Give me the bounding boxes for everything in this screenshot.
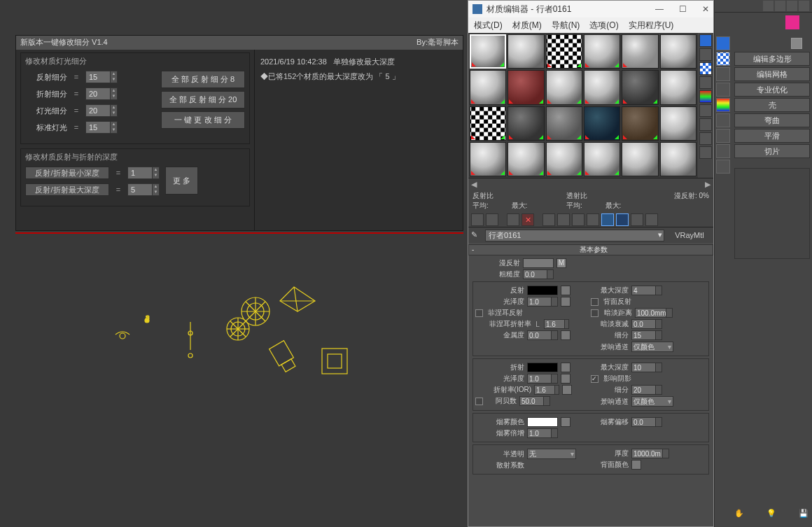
go-forward-icon[interactable] xyxy=(645,213,658,226)
put-to-scene-icon[interactable] xyxy=(486,213,498,226)
tool-icon[interactable] xyxy=(716,160,730,174)
reflect-map[interactable] xyxy=(561,286,570,295)
rgb-icon[interactable] xyxy=(716,98,730,112)
window-titlebar[interactable]: 材质编辑器 - 行者0161 — ☐ ✕ xyxy=(468,1,713,17)
background-icon[interactable] xyxy=(699,62,712,75)
material-swatch[interactable] xyxy=(660,34,696,69)
material-swatch[interactable] xyxy=(584,106,620,141)
tool-icon[interactable] xyxy=(787,1,797,11)
backlight-icon[interactable] xyxy=(699,48,712,61)
refract-affect-dropdown[interactable]: 仅颜色 xyxy=(631,396,673,407)
material-name-field[interactable]: 行者0161▾ xyxy=(485,230,664,241)
viewport-scene[interactable]: S xyxy=(98,273,378,399)
modifier-button[interactable]: 编辑多边形 xyxy=(734,52,810,66)
rollout-header[interactable]: -基本参数 xyxy=(468,244,713,255)
tool-icon[interactable] xyxy=(716,67,730,81)
one-key-button[interactable]: 一 键 更 改 细 分 xyxy=(161,111,245,129)
tool-icon[interactable] xyxy=(775,1,785,11)
preview-icon[interactable] xyxy=(699,104,712,117)
modifier-button[interactable]: 弯曲 xyxy=(734,113,810,127)
color-swatch[interactable] xyxy=(785,15,799,29)
material-swatch[interactable] xyxy=(622,34,658,69)
fresnel-checkbox[interactable] xyxy=(475,309,483,317)
reflect-subdiv-spinner[interactable]: ▲▼ xyxy=(85,71,118,83)
show-end-icon[interactable] xyxy=(616,213,629,226)
pick-material-icon[interactable]: ✎ xyxy=(471,230,481,240)
material-swatch[interactable] xyxy=(660,70,696,104)
material-swatch[interactable] xyxy=(660,106,696,141)
mtl-id-icon[interactable] xyxy=(587,213,599,226)
modifier-button[interactable]: 编辑网格 xyxy=(734,67,810,81)
uv-tile-icon[interactable] xyxy=(699,76,712,89)
close-icon[interactable]: ✕ xyxy=(702,4,709,14)
menu-item[interactable]: 材质(M) xyxy=(512,20,542,31)
sample-type-icon[interactable] xyxy=(699,34,712,47)
material-swatch[interactable] xyxy=(622,142,658,176)
make-copy-icon[interactable] xyxy=(542,213,555,226)
bulb-icon[interactable]: 💡 xyxy=(766,509,778,520)
dimdist-checkbox[interactable] xyxy=(591,309,598,317)
material-swatch[interactable] xyxy=(470,142,506,176)
material-swatch[interactable] xyxy=(622,70,658,104)
material-swatch[interactable] xyxy=(546,70,582,104)
material-swatch[interactable] xyxy=(546,106,582,141)
material-swatch[interactable] xyxy=(507,106,544,141)
refract-subdiv-spinner[interactable]: ▲▼ xyxy=(85,87,118,100)
more-button[interactable]: 更 多 xyxy=(165,167,198,195)
select-by-mtl-icon[interactable] xyxy=(699,132,712,145)
material-swatch[interactable] xyxy=(507,34,544,69)
menu-item[interactable]: 模式(D) xyxy=(474,20,503,31)
sphere-icon[interactable] xyxy=(716,36,730,50)
backface-checkbox[interactable] xyxy=(591,298,598,306)
minimize-icon[interactable]: — xyxy=(655,4,664,14)
tool-icon[interactable] xyxy=(716,113,730,127)
material-swatch[interactable] xyxy=(584,34,620,69)
trans-type-dropdown[interactable]: 无 xyxy=(527,449,576,459)
modifier-button[interactable]: 平滑 xyxy=(734,129,810,143)
reflect-gloss-spinner[interactable] xyxy=(527,297,558,307)
material-swatch[interactable] xyxy=(546,34,582,69)
tool-icon[interactable] xyxy=(716,83,730,97)
fog-bias-spinner[interactable] xyxy=(631,417,662,427)
material-swatch[interactable] xyxy=(622,106,658,141)
tool-icon[interactable] xyxy=(763,1,774,11)
show-in-viewport-icon[interactable] xyxy=(601,213,614,226)
thickness-spinner[interactable] xyxy=(631,449,669,458)
all-reflect-20-button[interactable]: 全 部 反 射 细 分 20 xyxy=(161,91,245,108)
video-check-icon[interactable] xyxy=(699,90,712,103)
get-material-icon[interactable] xyxy=(471,213,484,226)
diffuse-map-button[interactable]: M xyxy=(556,258,566,268)
make-unique-icon[interactable] xyxy=(557,213,570,226)
material-swatch[interactable] xyxy=(584,142,620,176)
go-parent-icon[interactable] xyxy=(631,213,643,226)
refract-gloss-spinner[interactable] xyxy=(527,374,558,384)
fog-mult-spinner[interactable] xyxy=(527,428,558,438)
maximize-icon[interactable]: ☐ xyxy=(679,4,687,14)
save-icon[interactable]: 💾 xyxy=(799,509,810,520)
modifier-button[interactable]: 壳 xyxy=(734,98,810,112)
tool-icon[interactable] xyxy=(716,144,730,158)
all-reflect-8-button[interactable]: 全 部 反 射 细 分 8 xyxy=(161,71,245,88)
reflect-affect-dropdown[interactable]: 仅颜色 xyxy=(631,342,673,352)
checker-icon[interactable] xyxy=(716,52,730,66)
metalness-spinner[interactable] xyxy=(527,330,558,340)
material-swatch[interactable] xyxy=(507,142,544,176)
options-icon[interactable] xyxy=(699,118,712,131)
dimdist-spinner[interactable] xyxy=(635,308,673,318)
material-swatch[interactable] xyxy=(470,70,506,104)
material-swatch[interactable] xyxy=(470,106,506,141)
menu-item[interactable]: 选项(O) xyxy=(589,20,618,31)
tool-icon[interactable] xyxy=(716,129,730,143)
hand-icon[interactable]: ✋ xyxy=(734,509,746,520)
dimdecay-spinner[interactable] xyxy=(631,319,662,329)
refract-maxdepth-spinner[interactable] xyxy=(631,363,662,372)
max-depth-spinner[interactable]: ▲▼ xyxy=(127,183,160,196)
menu-item[interactable]: 导航(N) xyxy=(552,20,580,31)
abbe-spinner[interactable] xyxy=(519,396,550,406)
diffuse-color[interactable] xyxy=(523,258,554,268)
reflect-color[interactable] xyxy=(527,286,558,295)
mtl-map-nav-icon[interactable] xyxy=(699,146,712,159)
material-swatch[interactable] xyxy=(660,142,696,176)
refract-color[interactable] xyxy=(527,363,558,372)
assign-icon[interactable] xyxy=(507,213,519,226)
